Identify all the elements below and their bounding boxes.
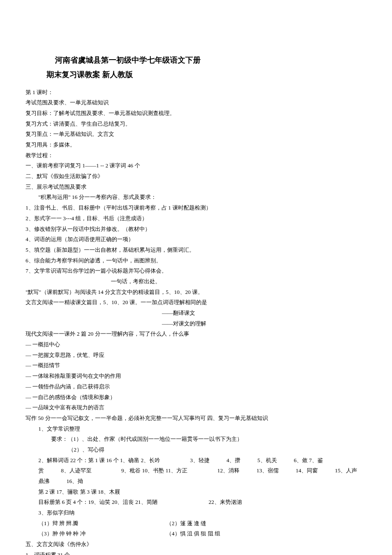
- similar-char: 3、形似字归纳: [26, 508, 366, 518]
- review-tools: 复习用具：多媒体。: [26, 140, 366, 150]
- section-3: 三、展示考试范围及要求: [26, 182, 366, 193]
- item-6: 6、综合能力考察学科间的渗透，一句话中，画图辨别。: [26, 256, 366, 266]
- writing-50: 写作 50 分一一会写记叙文，一一半命题，必须补充完整一一写人写事均可 四、复习…: [26, 413, 366, 424]
- similar-2a: （3）肿 仲 钟 种 冲: [38, 529, 166, 539]
- target-book-a: 目标册第 6 页 4 个：19、讪笑 20、沮丧 21、简陋: [38, 497, 158, 508]
- lesson-number: 第 1 课时：: [26, 87, 366, 98]
- vocab-1e: 6、敛 7、鉴: [294, 455, 323, 466]
- bullet-2: — 一把握文章思路，伏笔、呼应: [26, 350, 366, 361]
- bullet-3: — 一概括情节: [26, 360, 366, 371]
- vocab-3a: 鼎沸: [38, 476, 49, 487]
- vocab-2g: 15、人声: [335, 466, 357, 476]
- bullet-6: — 一自己的感悟体会（情境和形象）: [26, 392, 366, 403]
- vocab-row-2: 赏 8、人迹罕至 9、秕谷 10、书塾 11、方正 12、消释 13、宿儒 14…: [26, 466, 366, 476]
- item-5: 5、填空题（新加题型）一一出自教材，基础积累与运用，侧重词汇。: [26, 245, 366, 256]
- word-accumulation: 1、词语积累 31 个: [26, 550, 366, 555]
- review-focus: 复习重点：一单元基础知识。文言文: [26, 129, 366, 140]
- title-part2: 期末复习课教案 新人教版: [46, 67, 133, 82]
- target-book-row: 目标册第 6 页 4 个：19、讪笑 20、沮丧 21、简陋 22、来势汹汹: [26, 497, 366, 508]
- item-4: 4、词语的运用（加点词语使用正确的一项）: [26, 234, 366, 245]
- vocab-1a: 2、解释词语 22 个：第 1 课 16 个 1、确凿 2、长吟: [38, 455, 160, 466]
- review-method: 复习方式：讲清要点、学生自己总结复习。: [26, 119, 366, 129]
- vocab-2a: 赏: [38, 466, 44, 476]
- vocab-row-1: 2、解释词语 22 个：第 1 课 16 个 1、确凿 2、长吟 3、轻捷 4、…: [26, 455, 366, 466]
- review-goal: 复习目标：了解考试范围及要求、一单元基础知识测查梳理。: [26, 108, 366, 119]
- vocab-1c: 4、攒: [227, 455, 241, 466]
- target-book-b: 22、来势汹汹: [209, 497, 242, 508]
- item-7: 7、文学常识请写出你学过的一篇小说标题并写心得体会。: [26, 266, 366, 276]
- modern-reading: 现代文阅读一一课外 2 篇 20 分一一理解内容，写了什么人，什么事: [26, 329, 366, 339]
- vocab-2c: 9、秕谷 10、书塾 11、方正: [121, 466, 188, 476]
- similar-1a: （1）辩 辨 辫.瓣: [38, 518, 166, 529]
- teaching-process: 教学过程：: [26, 150, 366, 161]
- vocab-row-3: 鼎沸 16、拗: [26, 476, 366, 487]
- vocab-2e: 13、宿儒: [257, 466, 279, 476]
- vocab-2f: 14、同窗: [296, 466, 318, 476]
- vocab-1b: 3、轻捷: [190, 455, 210, 466]
- document-title: 河南省虞城县第一初级中学七年级语文下册 期末复习课教案 新人教版: [26, 38, 366, 82]
- section-5: 五、文言文阅读《伤仲永》: [26, 539, 366, 550]
- classical-reading: 文言文阅读一一精读课文篇目，5、10、20 课。一一加点词语理解相同的是: [26, 297, 366, 308]
- understand-text: ——对课文的理解: [26, 319, 366, 329]
- title-part1: 河南省虞城县第一初级中学七年级语文下册: [55, 53, 201, 67]
- vocab-2b: 8、人迹罕至: [61, 466, 92, 476]
- bullet-1: — 一概括中心: [26, 339, 366, 350]
- similar-1b: （2）篷 蓬 逢 缝: [166, 518, 206, 529]
- vocab-1d: 5、机关: [257, 455, 277, 466]
- similar-row-1: （1）辩 辨 辫.瓣 （2）篷 蓬 逢 缝: [26, 518, 366, 529]
- section-2: 二、默写《假如生活欺骗了你》: [26, 171, 366, 182]
- section-1: 一、课前考察字词复习 1——1 -- 2 课字词 46 个: [26, 161, 366, 171]
- similar-row-2: （3）肿 仲 钟 种 冲 （4）惧 沮 俱 狙 阻 组: [26, 529, 366, 539]
- bullet-5: — 一领悟作品内涵，自己获得启示: [26, 382, 366, 392]
- exam-scope: 考试范围及要求、一单元基础知识: [26, 98, 366, 108]
- lesson-2-3: 第 2 课 17、骊歌 第 3 课 18、木屐: [26, 487, 366, 497]
- literary-knowledge: 1、文学常识整理: [26, 424, 366, 434]
- item-1: 1、注音书上、书后、目标册中（平时出练习课前考察，占 1 课时配题检测）: [26, 203, 366, 213]
- item-2: 2、形式字一一 3---4 组，目标、书后（注意成语）: [26, 213, 366, 224]
- item-3: 3、修改错别字从一段话中找出并修改。（教材中）: [26, 224, 366, 235]
- one-sentence: 一句话，考察出处。: [26, 276, 366, 287]
- vocab-3b: 16、拗: [66, 476, 83, 487]
- similar-2b: （4）惧 沮 俱 狙 阻 组: [166, 529, 220, 539]
- bullet-7: — 一品味文中富有表现力的语言: [26, 403, 366, 413]
- translate-text: ——翻译课文: [26, 308, 366, 319]
- accumulation-usage: "积累与运用" 16 分一一考察内容、形式及要求：: [26, 192, 366, 203]
- vocab-2d: 12、消释: [217, 466, 239, 476]
- requirement-2: （2）、写心得: [26, 445, 366, 455]
- bullet-4: — 一体味和推敲重要词句在文中的作用: [26, 371, 366, 382]
- dictation: "默写"（课前默写）与阅读共 14 分文言文中的精读篇目，5、10、20 课。: [26, 287, 366, 298]
- requirement-1: 要求：（1）、出处、作家（时代或国别一一地位一一籍贯等一一以书下为主）: [26, 434, 366, 445]
